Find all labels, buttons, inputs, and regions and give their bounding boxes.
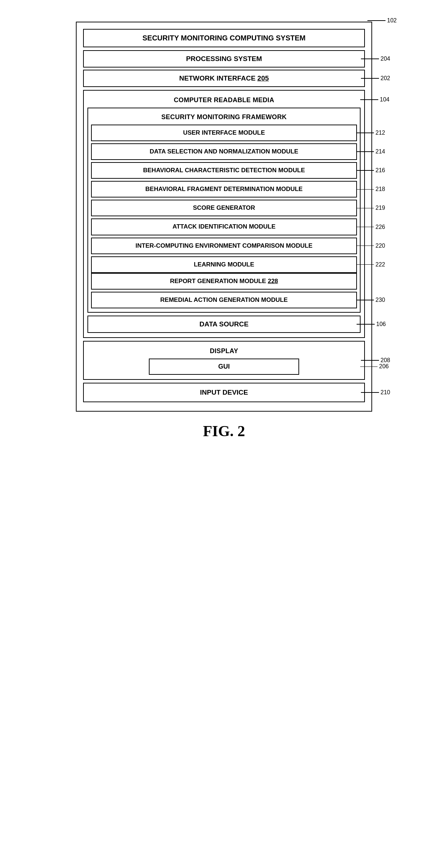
figure-caption: FIG. 2 xyxy=(76,422,372,440)
computer-readable-label: COMPUTER READABLE MEDIA xyxy=(87,94,361,105)
processing-system-label: PROCESSING SYSTEM xyxy=(186,55,262,62)
ref-module-7-label: 222 xyxy=(375,261,385,268)
ref-module-9-line xyxy=(357,300,374,300)
behavioral-fragment-module-label: BEHAVIORAL FRAGMENT DETERMINATION MODULE xyxy=(145,186,302,192)
ref-102-container: 102 xyxy=(367,17,397,24)
gui-label: GUI xyxy=(218,363,230,370)
learning-module-label: LEARNING MODULE xyxy=(194,261,254,268)
ref-module-4-line xyxy=(357,208,374,209)
module-4-section: 219 SCORE GENERATOR xyxy=(91,200,357,216)
behavioral-characteristic-module-label: BEHAVIORAL CHARACTERISTIC DETECTION MODU… xyxy=(143,167,305,174)
ref-module-3-line xyxy=(357,189,374,190)
ref-module-1-label: 214 xyxy=(375,148,385,155)
ref-module-6-line xyxy=(357,246,374,246)
remedial-action-module-box: REMEDIAL ACTION GENERATION MODULE xyxy=(91,292,357,308)
user-interface-module-label: USER INTERFACE MODULE xyxy=(183,129,265,136)
ref-module-5-line xyxy=(357,227,374,227)
score-generator-label: SCORE GENERATOR xyxy=(193,204,255,211)
input-device-section: 210 INPUT DEVICE xyxy=(83,383,365,402)
module-0-section: 212 USER INTERFACE MODULE xyxy=(91,125,357,141)
system-title-box: SECURITY MONITORING COMPUTING SYSTEM xyxy=(83,29,365,47)
inter-computing-module-label: INTER-COMPUTING ENVIRONMENT COMPARISON M… xyxy=(135,242,313,249)
inter-computing-module-box: INTER-COMPUTING ENVIRONMENT COMPARISON M… xyxy=(91,238,357,254)
module-9-section: 230 REMEDIAL ACTION GENERATION MODULE xyxy=(91,292,357,308)
display-section: 208 DISPLAY 206 GUI xyxy=(83,341,365,380)
ref-202-container: 202 xyxy=(361,75,390,82)
ref-module-7-container: 222 xyxy=(357,261,385,268)
input-device-label: INPUT DEVICE xyxy=(200,389,248,396)
security-framework-box: SECURITY MONITORING FRAMEWORK 212 USER I… xyxy=(87,108,361,313)
module-5-section: 226 ATTACK IDENTIFICATION MODULE xyxy=(91,218,357,235)
ref-210-container: 210 xyxy=(361,389,390,396)
ref-module-9-label: 230 xyxy=(375,297,385,303)
module-8-section: REPORT GENERATION MODULE 228 xyxy=(91,273,357,290)
ref-204-label: 204 xyxy=(380,56,390,62)
score-generator-box: SCORE GENERATOR xyxy=(91,200,357,216)
ref-206-label: 206 xyxy=(379,363,389,370)
display-outer-box: DISPLAY 206 GUI xyxy=(83,341,365,380)
ref-104-line xyxy=(360,99,378,100)
module-2-section: 216 BEHAVIORAL CHARACTERISTIC DETECTION … xyxy=(91,162,357,179)
data-source-box: DATA SOURCE xyxy=(87,316,361,333)
ref-module-5-container: 226 xyxy=(357,224,385,230)
ref-104-label: 104 xyxy=(380,96,389,103)
remedial-action-module-label: REMEDIAL ACTION GENERATION MODULE xyxy=(160,296,288,303)
report-generation-module-label: REPORT GENERATION MODULE 228 xyxy=(170,278,278,285)
security-framework-label: SECURITY MONITORING FRAMEWORK xyxy=(91,111,357,122)
input-device-box: INPUT DEVICE xyxy=(83,383,365,402)
user-interface-module-box: USER INTERFACE MODULE xyxy=(91,125,357,141)
ref-module-2-container: 216 xyxy=(357,167,385,174)
diagram-wrapper: 102 SECURITY MONITORING COMPUTING SYSTEM… xyxy=(76,22,372,440)
ref-106-line xyxy=(357,324,375,325)
ref-module-7-line xyxy=(357,264,374,265)
ref-208-container: 208 xyxy=(361,357,390,364)
system-outer-box: 102 SECURITY MONITORING COMPUTING SYSTEM… xyxy=(76,22,372,412)
ref-202-label: 202 xyxy=(380,75,390,82)
ref-module-4-label: 219 xyxy=(375,205,385,211)
ref-204-line xyxy=(361,58,379,59)
attack-identification-module-label: ATTACK IDENTIFICATION MODULE xyxy=(172,223,275,230)
ref-module-3-label: 218 xyxy=(375,186,385,192)
module-3-section: 218 BEHAVIORAL FRAGMENT DETERMINATION MO… xyxy=(91,181,357,198)
gui-section: 206 GUI xyxy=(87,359,361,375)
ref-102-line xyxy=(367,20,385,21)
ref-204-container: 204 xyxy=(361,56,390,62)
display-label: DISPLAY xyxy=(87,345,361,356)
ref-module-2-label: 216 xyxy=(375,167,385,174)
data-source-label: DATA SOURCE xyxy=(199,320,249,328)
ref-module-0-label: 212 xyxy=(375,130,385,136)
processing-section: 204 PROCESSING SYSTEM xyxy=(83,50,365,68)
ref-102-label: 102 xyxy=(387,17,397,24)
processing-system-box: PROCESSING SYSTEM xyxy=(83,50,365,68)
ref-206-container: 206 xyxy=(360,363,389,370)
ref-module-1-line xyxy=(357,151,374,152)
network-section: 202 NETWORK INTERFACE 205 xyxy=(83,70,365,87)
data-selection-module-label: DATA SELECTION AND NORMALIZATION MODULE xyxy=(150,148,298,155)
ref-module-6-label: 220 xyxy=(375,243,385,249)
ref-module-4-container: 219 xyxy=(357,205,385,211)
system-title-text: SECURITY MONITORING COMPUTING SYSTEM xyxy=(142,34,306,42)
ref-module-6-container: 220 xyxy=(357,243,385,249)
behavioral-fragment-module-box: BEHAVIORAL FRAGMENT DETERMINATION MODULE xyxy=(91,181,357,198)
ref-module-0-container: 212 xyxy=(357,130,385,136)
module-6-section: 220 INTER-COMPUTING ENVIRONMENT COMPARIS… xyxy=(91,238,357,254)
module-7-section: 222 LEARNING MODULE xyxy=(91,256,357,273)
ref-module-0-line xyxy=(357,133,374,133)
gui-box: GUI xyxy=(149,359,299,375)
ref-module-5-label: 226 xyxy=(375,224,385,230)
ref-module-9-container: 230 xyxy=(357,297,385,303)
page-container: 102 SECURITY MONITORING COMPUTING SYSTEM… xyxy=(7,7,441,868)
attack-identification-module-box: ATTACK IDENTIFICATION MODULE xyxy=(91,218,357,235)
ref-module-1-container: 214 xyxy=(357,148,385,155)
network-interface-ref-num: 205 xyxy=(257,74,269,82)
behavioral-characteristic-module-box: BEHAVIORAL CHARACTERISTIC DETECTION MODU… xyxy=(91,162,357,179)
ref-210-line xyxy=(361,392,379,393)
data-selection-module-box: DATA SELECTION AND NORMALIZATION MODULE xyxy=(91,143,357,160)
ref-106-container: 106 xyxy=(357,321,386,327)
ref-210-label: 210 xyxy=(380,389,390,396)
ref-208-label: 208 xyxy=(380,357,390,364)
ref-206-line xyxy=(360,366,378,367)
network-interface-label: NETWORK INTERFACE xyxy=(179,74,255,82)
data-source-section: 106 DATA SOURCE xyxy=(87,316,361,333)
ref-module-2-line xyxy=(357,170,374,171)
